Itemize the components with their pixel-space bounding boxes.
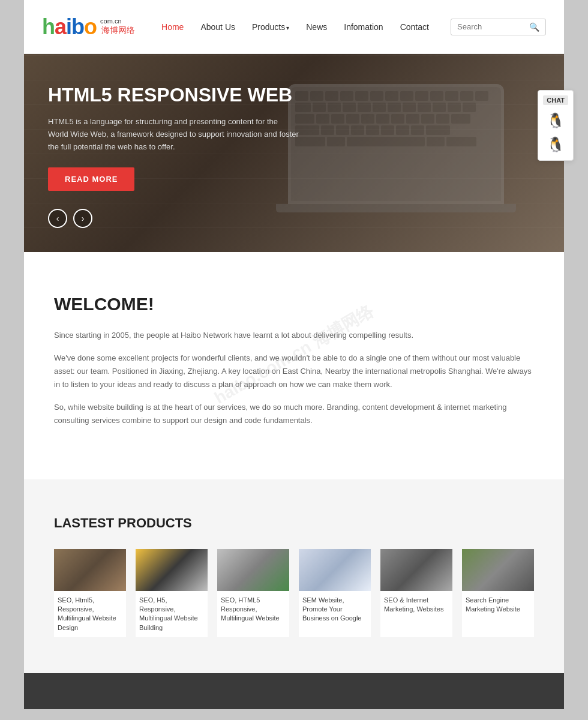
thumb-inner [54,549,126,591]
logo-i: i [66,14,71,39]
logo-com-cn: com.cn [100,17,135,25]
logo-text: haibo [42,14,97,40]
product-card[interactable]: SEO & Internet Marketing, Websites [380,549,452,638]
footer [24,673,564,709]
welcome-para-1: Since starting in 2005, the people at Ha… [54,329,534,342]
read-more-button[interactable]: READ MORE [48,167,134,191]
nav-contact[interactable]: Contact [392,22,437,32]
thumb-inner [136,549,208,591]
welcome-title: WELCOME! [54,294,534,314]
product-label: SEO, Html5, Responsive, Multilingual Web… [54,591,126,638]
product-card[interactable]: SEO, HTML5 Responsive, Multilingual Webs… [217,549,289,638]
products-grid: SEO, Html5, Responsive, Multilingual Web… [54,549,534,638]
logo-cn-text: 海博网络 [101,25,135,36]
logo: haibo com.cn 海博网络 [42,14,135,40]
nav-home[interactable]: Home [153,22,192,32]
hero-prev-button[interactable]: ‹ [48,209,67,228]
chat-penguin-2[interactable]: 🐧 [545,134,566,155]
chat-penguin-1[interactable]: 🐧 [545,110,566,131]
product-label: Search Engine Marketing Website [462,591,534,619]
products-section-title: LASTEST PRODUCTS [54,515,534,531]
hero-next-button[interactable]: › [73,209,92,228]
logo-a: a [55,14,66,39]
product-label: SEO, H5, Responsive, Multilingual Websit… [136,591,208,638]
products-section: LASTEST PRODUCTS SEO, Html5, Responsive,… [24,479,564,674]
hero-navigation: ‹ › [48,209,92,228]
nav-about[interactable]: About Us [192,22,244,32]
logo-o: o [84,14,97,39]
search-icon[interactable]: 🔍 [529,22,539,32]
search-input[interactable] [457,22,529,31]
hero-title: HTML5 RESPONSIVE WEB [48,84,300,106]
welcome-section: haibo.com.cn 海博网络 WELCOME! Since startin… [24,252,564,479]
product-label: SEM Website, Promote Your Business on Go… [299,591,371,628]
welcome-para-2: We've done some excellent projects for w… [54,352,534,391]
page-wrapper: haibo com.cn 海博网络 Home About Us Products… [24,0,564,709]
product-thumb [136,549,208,591]
product-label: SEO & Internet Marketing, Websites [380,591,452,619]
product-card[interactable]: SEM Website, Promote Your Business on Go… [299,549,371,638]
product-thumb [299,549,371,591]
thumb-inner [462,549,534,591]
header: haibo com.cn 海博网络 Home About Us Products… [24,0,564,54]
product-thumb [217,549,289,591]
hero-description: HTML5 is a language for structuring and … [48,116,300,153]
hero-content: HTML5 RESPONSIVE WEB HTML5 is a language… [48,84,300,191]
logo-h: h [42,14,55,39]
nav-products[interactable]: Products [244,22,298,32]
product-card[interactable]: SEO, H5, Responsive, Multilingual Websit… [136,549,208,638]
thumb-inner [380,549,452,591]
product-label: SEO, HTML5 Responsive, Multilingual Webs… [217,591,289,628]
product-card[interactable]: Search Engine Marketing Website [462,549,534,638]
product-card[interactable]: SEO, Html5, Responsive, Multilingual Web… [54,549,126,638]
thumb-inner [217,549,289,591]
nav-infomation[interactable]: Infomation [335,22,391,32]
welcome-para-3: So, while website building is at the hea… [54,401,534,427]
nav-news[interactable]: News [298,22,335,32]
chat-widget: CHAT 🐧 🐧 [538,90,574,161]
product-thumb [462,549,534,591]
chat-label: CHAT [543,95,568,105]
hero-banner: HTML5 RESPONSIVE WEB HTML5 is a language… [24,54,564,252]
logo-b: b [71,14,84,39]
thumb-inner [299,549,371,591]
product-thumb [54,549,126,591]
search-box: 🔍 [451,19,546,35]
product-thumb [380,549,452,591]
nav: Home About Us Products News Infomation C… [153,22,451,32]
